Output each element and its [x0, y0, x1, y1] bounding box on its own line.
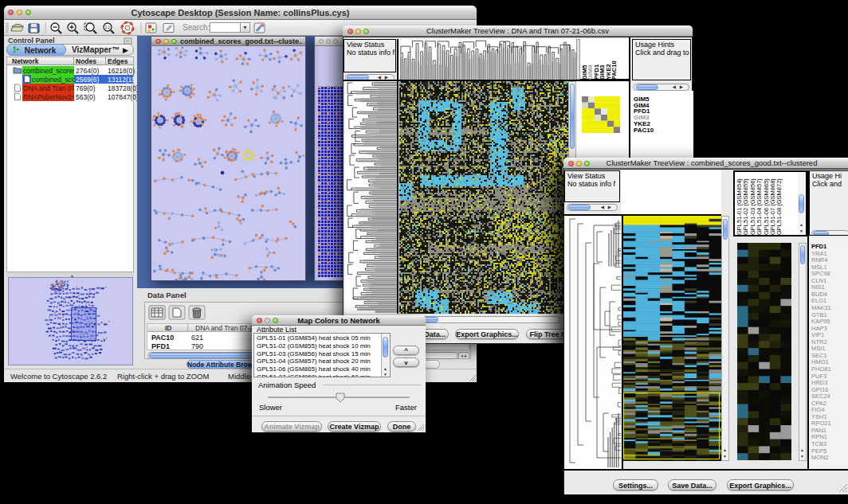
svg-text:1:1: 1:1: [105, 25, 111, 29]
